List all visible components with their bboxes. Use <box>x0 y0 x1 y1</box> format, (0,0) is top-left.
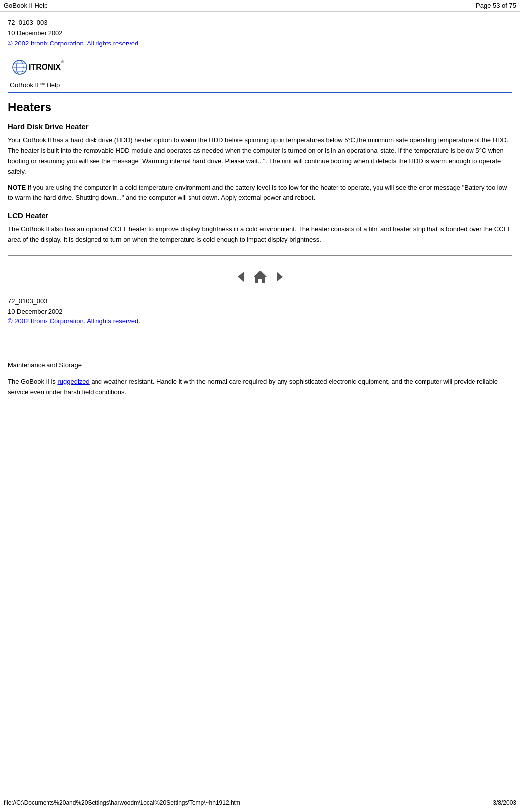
footer-date: 3/8/2003 <box>493 799 516 806</box>
hdd-note-body: If you are using the computer in a cold … <box>8 184 507 202</box>
bottom-divider <box>8 255 512 256</box>
lcd-body-text: The GoBook II also has an optional CCFL … <box>8 225 512 245</box>
maintenance-section: Maintenance and Storage The GoBook II is… <box>8 345 512 397</box>
note-label: NOTE <box>8 184 26 191</box>
maintenance-heading-label: Maintenance and Storage <box>8 361 512 371</box>
date-top: 10 December 2002 <box>8 28 512 39</box>
main-content: 72_0103_003 10 December 2002 © 2002 Itro… <box>0 12 520 398</box>
page-info: Page 53 of 75 <box>476 2 516 9</box>
app-title: GoBook II Help <box>4 2 47 9</box>
svg-text:ITRONIX: ITRONIX <box>29 63 61 71</box>
doc-id-bottom: 72_0103_003 <box>8 296 512 307</box>
home-button[interactable] <box>252 269 269 285</box>
copyright-bottom[interactable]: © 2002 Itronix Corporation. All rights r… <box>8 317 140 325</box>
section-heading-lcd: LCD Heater <box>8 211 512 220</box>
file-path: file://C:\Documents%20and%20Settings\har… <box>4 799 240 806</box>
svg-marker-7 <box>238 272 244 282</box>
logo-subtitle: GoBook II™ Help <box>8 80 512 91</box>
hdd-note-text: NOTE If you are using the computer in a … <box>8 183 512 204</box>
page-title: Heaters <box>8 100 512 114</box>
itronix-logo: ITRONIX ® <box>10 56 64 78</box>
logo-area: ITRONIX ® <box>8 52 512 80</box>
ruggedized-link[interactable]: ruggedized <box>57 378 89 385</box>
next-button[interactable] <box>273 270 286 284</box>
meta-top: 72_0103_003 10 December 2002 © 2002 Itro… <box>8 12 512 52</box>
nav-icons <box>8 264 512 292</box>
doc-id-top: 72_0103_003 <box>8 18 512 28</box>
date-bottom: 10 December 2002 <box>8 307 512 317</box>
hdd-body-text: Your GoBook II has a hard disk drive (HD… <box>8 135 512 177</box>
footer-bar: file://C:\Documents%20and%20Settings\har… <box>0 799 520 806</box>
blue-divider <box>8 92 512 93</box>
prev-button[interactable] <box>234 270 248 284</box>
header-bar: GoBook II Help Page 53 of 75 <box>0 0 520 12</box>
svg-text:®: ® <box>61 60 64 64</box>
copyright-top[interactable]: © 2002 Itronix Corporation. All rights r… <box>8 40 140 47</box>
maintenance-body: The GoBook II is ruggedized and weather … <box>8 377 512 398</box>
svg-marker-9 <box>277 272 283 282</box>
section-heading-hdd: Hard Disk Drive Heater <box>8 122 512 131</box>
meta-bottom: 72_0103_003 10 December 2002 © 2002 Itro… <box>8 292 512 333</box>
svg-marker-8 <box>253 271 267 283</box>
